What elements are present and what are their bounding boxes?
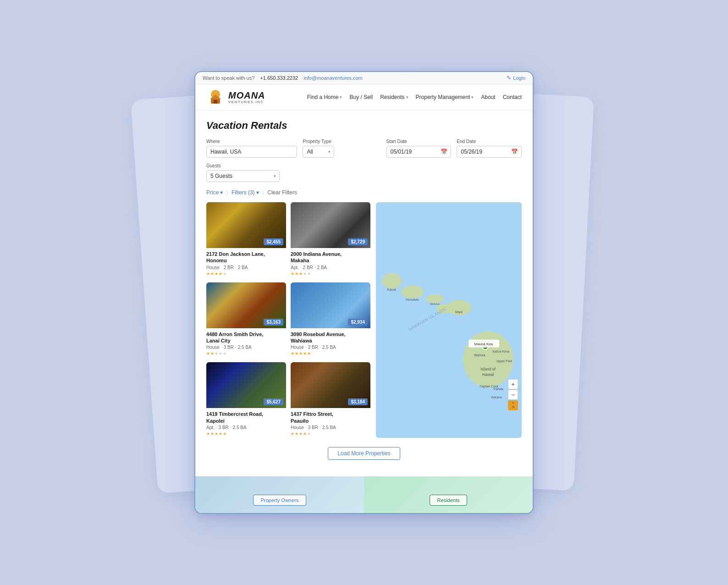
listing-image: $3,163: [206, 282, 286, 328]
main-content: Vacation Rentals Where Property Type All…: [195, 110, 533, 473]
content-area: $2,455 2172 Don Jackson Lane,Honomu Hous…: [206, 202, 522, 438]
navbar: MOANA VENTURES INC Find a Home ▾ Buy / S…: [195, 84, 533, 110]
search-form: Where Property Type All House Apt. ▾: [206, 139, 522, 158]
property-owners-button[interactable]: Property Owners: [253, 495, 307, 506]
nav-about[interactable]: About: [481, 94, 495, 100]
price-badge: $2,934: [348, 319, 368, 326]
star-rating: ★★★★★: [206, 431, 286, 436]
listing-card[interactable]: $2,934 3090 Rosebud Avenue,Wahiawa House…: [291, 282, 370, 358]
filters-button[interactable]: Filters (3) ▾: [232, 189, 259, 196]
start-date-input[interactable]: [386, 146, 452, 158]
start-date-label: Start Date: [386, 139, 452, 144]
browser-window: Want to speak with us? +1.650.333.2232 i…: [194, 71, 534, 514]
start-date-group: Start Date 📅: [386, 139, 452, 158]
listing-address: 1437 Fittro Street,Paauilo: [291, 411, 370, 424]
where-group: Where: [206, 139, 297, 158]
price-badge: $3,163: [264, 319, 283, 326]
listing-meta: Apt. · 3 BR · 2.5 BA: [206, 425, 286, 430]
page-title: Vacation Rentals: [206, 120, 522, 132]
property-owners-section: Property Owners: [195, 476, 364, 513]
star-rating: ★★★★★: [291, 431, 370, 436]
listing-meta: Apt. · 2 BR · 2 BA: [291, 265, 370, 270]
nav-property-management[interactable]: Property Management ▾: [416, 94, 474, 100]
listing-address: 3090 Rosebud Avenue,Wahiawa: [291, 331, 370, 344]
listing-address: 1419 Timbercrest Road,Kapolei: [206, 411, 286, 424]
where-input[interactable]: [206, 146, 297, 158]
listing-info: 1419 Timbercrest Road,Kapolei Apt. · 3 B…: [206, 408, 286, 438]
star-rating: ★★★★★: [291, 271, 370, 276]
svg-rect-3: [214, 100, 217, 104]
login-link[interactable]: ✎ Login: [507, 75, 525, 81]
price-badge: $2,729: [348, 238, 368, 245]
where-label: Where: [206, 139, 297, 144]
svg-point-5: [381, 273, 402, 288]
nav-contact[interactable]: Contact: [503, 94, 522, 100]
price-filter-button[interactable]: Price ▾: [206, 189, 223, 196]
svg-text:Volcano: Volcano: [491, 396, 502, 399]
svg-text:Upper Park: Upper Park: [496, 359, 513, 363]
clear-filters-button[interactable]: Clear Filters: [267, 189, 297, 196]
nav-find-home[interactable]: Find a Home ▾: [307, 94, 342, 100]
listing-address: 4480 Arron Smith Drive,Lanai City: [206, 331, 286, 344]
svg-text:Kailua-Kona: Kailua-Kona: [492, 350, 509, 353]
listing-card[interactable]: $2,455 2172 Don Jackson Lane,Honomu Hous…: [206, 202, 286, 278]
svg-text:Maui: Maui: [455, 310, 463, 314]
listing-image: $2,729: [291, 202, 370, 248]
listing-card[interactable]: $5,627 1419 Timbercrest Road,Kapolei Apt…: [206, 362, 286, 438]
end-date-label: End Date: [457, 139, 522, 144]
star-rating: ★★★★★: [206, 271, 286, 276]
svg-text:Molokai: Molokai: [430, 302, 440, 305]
map[interactable]: Kauai Honolulu Molokai Maui: [376, 202, 522, 438]
price-badge: $3,184: [348, 398, 368, 405]
chevron-down-icon: ▾: [471, 95, 474, 99]
svg-text:Mauna Kea: Mauna Kea: [474, 342, 493, 346]
listing-meta: House · 3 BR · 2.5 BA: [206, 345, 286, 350]
listing-meta: House · 3 BR · 2.5 BA: [291, 425, 370, 430]
star-rating: ★★★★★: [291, 351, 370, 356]
logo-icon: [206, 88, 225, 106]
listing-image: $2,455: [206, 202, 286, 248]
nav-links: Find a Home ▾ Buy / Sell Residents ▾ Pro…: [307, 94, 522, 100]
end-date-group: End Date 📅: [457, 139, 522, 158]
chevron-down-icon: ▾: [220, 189, 223, 196]
guests-label: Guests: [206, 163, 522, 168]
chevron-down-icon: ▾: [340, 95, 342, 99]
listings-grid: $2,455 2172 Don Jackson Lane,Honomu Hous…: [206, 202, 376, 438]
logo-moana: MOANA: [228, 90, 265, 100]
nav-buy-sell[interactable]: Buy / Sell: [349, 94, 373, 100]
svg-text:Island of: Island of: [480, 367, 496, 371]
zoom-in-button[interactable]: +: [508, 379, 518, 389]
logo[interactable]: MOANA VENTURES INC: [206, 88, 265, 106]
street-view-button[interactable]: 🚶: [508, 400, 518, 410]
guests-select[interactable]: 5 Guests 1 Guest 2 Guests 3 Guests 4 Gue…: [206, 170, 280, 182]
zoom-out-button[interactable]: −: [508, 390, 518, 400]
listing-image: $5,627: [206, 362, 286, 408]
property-type-select[interactable]: All House Apt.: [303, 146, 334, 158]
load-more-button[interactable]: Load More Properties: [328, 447, 400, 460]
listing-info: 1437 Fittro Street,Paauilo House · 3 BR …: [291, 408, 370, 438]
listing-card[interactable]: $3,163 4480 Arron Smith Drive,Lanai City…: [206, 282, 286, 358]
listing-info: 2000 Indiana Avenue,Makaha Apt. · 2 BR ·…: [291, 248, 370, 278]
map-controls: + − 🚶: [508, 379, 518, 410]
login-icon: ✎: [507, 75, 511, 81]
listing-card[interactable]: $2,729 2000 Indiana Avenue,Makaha Apt. ·…: [291, 202, 370, 278]
topbar-email[interactable]: info@moanaventures.com: [303, 75, 363, 81]
listing-card[interactable]: $3,184 1437 Fittro Street,Paauilo House …: [291, 362, 370, 438]
listing-image: $2,934: [291, 282, 370, 328]
listing-address: 2000 Indiana Avenue,Makaha: [291, 251, 370, 264]
svg-rect-4: [376, 214, 522, 427]
bottom-sections: Property Owners Residents: [195, 476, 533, 513]
svg-text:Kauai: Kauai: [387, 287, 396, 292]
listing-meta: House · 2 BR · 2.5 BA: [291, 345, 370, 350]
residents-button[interactable]: Residents: [430, 495, 468, 506]
filter-bar: Price ▾ | Filters (3) ▾ | Clear Filters: [206, 189, 522, 196]
topbar-cta: Want to speak with us?: [203, 75, 254, 81]
price-badge: $2,455: [264, 238, 283, 245]
logo-ventures: VENTURES INC: [228, 100, 265, 105]
property-type-label: Property Type: [303, 139, 381, 144]
chevron-down-icon: ▾: [256, 189, 259, 196]
property-type-group: Property Type All House Apt. ▾: [303, 139, 381, 158]
topbar-phone: +1.650.333.2232: [260, 75, 298, 81]
nav-residents[interactable]: Residents ▾: [380, 94, 408, 100]
end-date-input[interactable]: [457, 146, 522, 158]
